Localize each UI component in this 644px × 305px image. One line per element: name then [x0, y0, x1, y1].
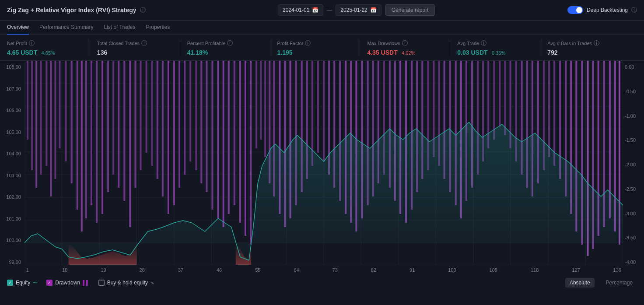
- percent-profitable-info[interactable]: ⓘ: [227, 39, 233, 47]
- date-start-input[interactable]: 2024-01-01 📅: [278, 4, 323, 16]
- max-drawdown-info[interactable]: ⓘ: [402, 39, 408, 47]
- total-closed-trades-info[interactable]: ⓘ: [141, 39, 147, 47]
- svg-rect-30: [31, 61, 33, 170]
- x-label-100: 100: [448, 267, 456, 273]
- svg-rect-118: [504, 61, 506, 135]
- legend-drawdown[interactable]: ✓ Drawdown ▌▌: [46, 280, 89, 286]
- deep-backtesting-info-icon[interactable]: ⓘ: [631, 6, 637, 14]
- legend-buy-hold[interactable]: Buy & hold equity ∿: [98, 280, 154, 286]
- svg-rect-34: [50, 61, 52, 196]
- percent-profitable-label: Percent Profitable: [187, 41, 225, 46]
- yr-label-6: -3.00: [625, 211, 642, 216]
- avg-trade-info[interactable]: ⓘ: [481, 39, 486, 47]
- svg-rect-68: [234, 61, 235, 205]
- svg-rect-55: [162, 61, 164, 196]
- svg-rect-45: [107, 61, 109, 192]
- profit-factor-info[interactable]: ⓘ: [305, 39, 311, 47]
- tab-list-of-trades[interactable]: List of Trades: [104, 21, 135, 35]
- svg-rect-36: [59, 61, 60, 148]
- y-label-8: 100.00: [2, 238, 21, 243]
- svg-rect-73: [260, 61, 262, 140]
- net-profit-pct: 4.65%: [42, 50, 55, 56]
- percentage-view-button[interactable]: Percentage: [602, 278, 637, 287]
- buy-hold-checkbox[interactable]: [98, 280, 105, 286]
- x-label-1: 1: [26, 267, 29, 273]
- svg-rect-70: [245, 61, 246, 236]
- strategy-title: Zig Zag + Relative Vigor Index (RVI) Str…: [7, 7, 136, 14]
- svg-rect-117: [499, 61, 500, 126]
- metric-percent-profitable: Percent Profitable ⓘ 41.18%: [187, 39, 270, 56]
- svg-rect-84: [317, 61, 319, 153]
- avg-bars-info[interactable]: ⓘ: [594, 39, 599, 47]
- svg-rect-42: [91, 61, 92, 205]
- svg-rect-67: [228, 61, 230, 214]
- x-label-64: 64: [294, 267, 299, 273]
- svg-rect-59: [184, 61, 186, 175]
- date-end-input[interactable]: 2025-01-22 📅: [336, 4, 381, 16]
- svg-rect-74: [264, 61, 266, 157]
- svg-rect-48: [123, 61, 125, 201]
- svg-rect-52: [146, 61, 147, 153]
- legend: ✓ Equity 〜 ✓ Drawdown ▌▌ Buy & hold equi…: [0, 275, 644, 290]
- svg-rect-46: [112, 61, 114, 175]
- max-drawdown-pct: 4.02%: [402, 50, 415, 56]
- avg-trade-pct: 0.35%: [492, 50, 505, 56]
- max-drawdown-label: Max Drawdown: [367, 41, 400, 46]
- svg-rect-72: [256, 61, 257, 148]
- tab-performance-summary[interactable]: Performance Summary: [39, 21, 93, 35]
- svg-rect-127: [553, 61, 555, 166]
- legend-left: ✓ Equity 〜 ✓ Drawdown ▌▌ Buy & hold equi…: [7, 280, 154, 286]
- yr-label-5: -2.50: [625, 186, 642, 192]
- profit-factor-label: Profit Factor: [277, 41, 304, 46]
- deep-backtesting-toggle[interactable]: [567, 6, 583, 14]
- yr-label-4: -2.00: [625, 162, 642, 167]
- svg-rect-32: [40, 61, 42, 175]
- tab-overview[interactable]: Overview: [7, 21, 29, 35]
- avg-bars-value: 792: [547, 49, 557, 56]
- date-separator: —: [327, 7, 332, 13]
- max-drawdown-value: 4.35 USDT: [367, 49, 397, 56]
- x-label-55: 55: [255, 267, 260, 273]
- buy-hold-label: Buy & hold equity: [107, 280, 148, 286]
- header-center: 2024-01-01 📅 — 2025-01-22 📅 Generate rep…: [278, 4, 435, 16]
- equity-chart-icon: 〜: [33, 280, 38, 286]
- equity-checkbox[interactable]: ✓: [7, 280, 13, 286]
- metric-avg-trade: Avg Trade ⓘ 0.03 USDT 0.35%: [457, 39, 540, 56]
- x-label-109: 109: [490, 267, 497, 273]
- y-label-4: 104.00: [2, 151, 21, 156]
- svg-rect-29: [27, 61, 28, 140]
- avg-bars-label: Avg # Bars in Trades: [547, 41, 592, 46]
- svg-rect-61: [195, 61, 197, 170]
- svg-rect-85: [323, 61, 325, 161]
- svg-rect-60: [189, 61, 191, 161]
- svg-rect-50: [134, 61, 136, 188]
- net-profit-label: Net Profit: [7, 41, 27, 46]
- x-label-118: 118: [531, 267, 539, 273]
- calendar-icon: 📅: [312, 7, 318, 13]
- svg-rect-43: [96, 61, 98, 223]
- x-label-37: 37: [178, 267, 183, 273]
- metric-net-profit: Net Profit ⓘ 4.65 USDT 4.65%: [7, 39, 90, 56]
- yr-label-2: -1.00: [625, 113, 642, 119]
- absolute-view-button[interactable]: Absolute: [565, 278, 595, 287]
- net-profit-info[interactable]: ⓘ: [29, 39, 35, 47]
- svg-rect-39: [77, 61, 78, 210]
- generate-report-button[interactable]: Generate report: [385, 4, 435, 16]
- strategy-info-icon[interactable]: ⓘ: [140, 6, 146, 14]
- drawdown-checkbox[interactable]: ✓: [46, 280, 52, 286]
- y-label-6: 102.00: [2, 194, 21, 200]
- header: Zig Zag + Relative Vigor Index (RVI) Str…: [0, 0, 644, 21]
- svg-rect-54: [157, 61, 158, 179]
- y-axis-left: 108.00 107.00 106.00 105.00 104.00 103.0…: [0, 61, 24, 275]
- profit-factor-value: 1.195: [277, 49, 293, 56]
- tab-properties[interactable]: Properties: [146, 21, 170, 35]
- yr-label-8: -4.00: [625, 259, 642, 265]
- drawdown-chart-icon: ▌▌: [83, 280, 90, 285]
- svg-rect-40: [81, 61, 83, 231]
- yr-label-3: -1.50: [625, 137, 642, 143]
- legend-equity[interactable]: ✓ Equity 〜: [7, 280, 38, 286]
- avg-trade-value: 0.03 USDT: [457, 49, 487, 56]
- svg-rect-64: [212, 61, 214, 210]
- total-closed-trades-value: 136: [97, 49, 107, 56]
- svg-rect-53: [151, 61, 153, 166]
